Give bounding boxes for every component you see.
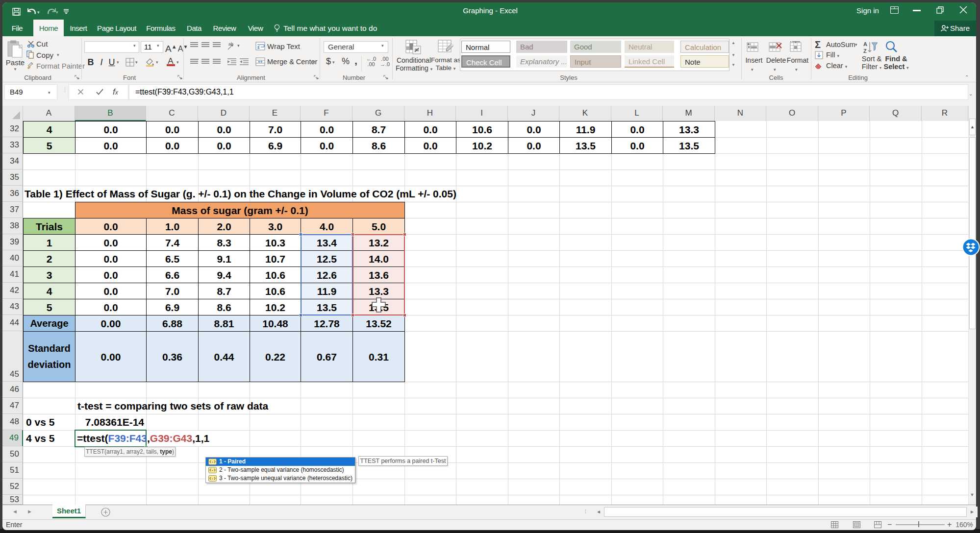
svg-text:A: A [863, 41, 867, 47]
svg-text:ab: ab [228, 42, 233, 47]
svg-text:Z: Z [863, 48, 867, 54]
